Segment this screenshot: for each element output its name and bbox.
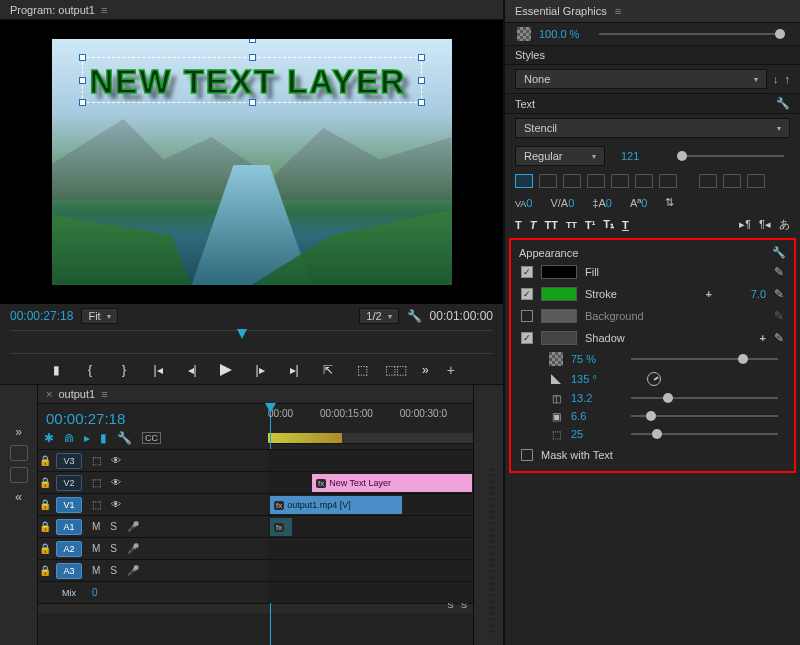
shadow-opacity[interactable]: 75 %: [571, 353, 617, 365]
shadow-distance-slider[interactable]: [631, 397, 778, 399]
source-patch-icon[interactable]: [10, 445, 28, 461]
snap-icon[interactable]: ✱: [44, 431, 54, 445]
resize-handle[interactable]: [418, 54, 425, 61]
mask-checkbox[interactable]: [521, 449, 533, 461]
fit-select[interactable]: Fit▾: [81, 308, 117, 324]
styles-select[interactable]: None▾: [515, 69, 767, 89]
add-marker-icon[interactable]: ▮: [48, 362, 64, 378]
fill-swatch[interactable]: [541, 265, 577, 279]
sequence-tab[interactable]: × output1 ≡: [38, 385, 473, 404]
extract-icon[interactable]: ⬚: [354, 362, 370, 378]
kerning-icon[interactable]: V/A0: [550, 197, 574, 209]
eye-icon[interactable]: 👁: [111, 499, 121, 510]
lock-icon[interactable]: 🔒: [38, 565, 52, 576]
smallcaps-button[interactable]: TT: [566, 220, 577, 230]
eyedropper-icon[interactable]: ✎: [774, 331, 784, 345]
track-lane[interactable]: [268, 537, 473, 559]
shadow-size-slider[interactable]: [631, 415, 778, 417]
track-lane[interactable]: [268, 559, 473, 581]
program-preview[interactable]: NEW TEXT LAYER: [52, 39, 452, 285]
mark-in-icon[interactable]: {: [82, 362, 98, 378]
resize-handle[interactable]: [418, 77, 425, 84]
resolution-select[interactable]: 1/2▾: [359, 308, 398, 324]
tracking-icon[interactable]: VA0: [515, 197, 532, 209]
leading-icon[interactable]: ‡A0: [592, 197, 612, 209]
lock-icon[interactable]: 🔒: [38, 477, 52, 488]
align-center-icon[interactable]: [539, 174, 557, 188]
shadow-opacity-slider[interactable]: [631, 358, 778, 360]
resize-handle[interactable]: [249, 54, 256, 61]
track-header-v1[interactable]: 🔒V1⬚👁: [38, 493, 268, 515]
mute-button[interactable]: M: [92, 521, 100, 532]
track-header-a3[interactable]: 🔒A3MS🎤: [38, 559, 268, 581]
eye-icon[interactable]: 👁: [111, 477, 121, 488]
step-back-icon[interactable]: ◂|: [184, 362, 200, 378]
settings-icon[interactable]: 🔧: [407, 309, 422, 323]
justify-all-icon[interactable]: [659, 174, 677, 188]
solo-button[interactable]: S: [110, 543, 117, 554]
magnet-icon[interactable]: ⋒: [64, 431, 74, 445]
stroke-swatch[interactable]: [541, 287, 577, 301]
allcaps-button[interactable]: TT: [544, 219, 557, 231]
link-icon[interactable]: ▸: [84, 431, 90, 445]
opacity-slider[interactable]: [599, 33, 782, 35]
playhead-icon[interactable]: [237, 329, 247, 339]
shadow-swatch[interactable]: [541, 331, 577, 345]
settings-icon[interactable]: 🔧: [772, 246, 786, 259]
rtl-icon[interactable]: ¶◂: [759, 218, 771, 231]
toggle-output-icon[interactable]: ⬚: [92, 499, 101, 510]
faux-italic-button[interactable]: T: [530, 219, 537, 231]
lock-icon[interactable]: 🔒: [38, 499, 52, 510]
play-icon[interactable]: [218, 362, 234, 378]
panel-menu-icon[interactable]: ≡: [101, 4, 107, 16]
expand-icon[interactable]: »: [15, 425, 22, 439]
shadow-blur-slider[interactable]: [631, 433, 778, 435]
shadow-size[interactable]: 6.6: [571, 410, 617, 422]
superscript-button[interactable]: T¹: [585, 219, 595, 231]
mute-button[interactable]: M: [92, 565, 100, 576]
cc-icon[interactable]: CC: [142, 432, 161, 444]
fill-checkbox[interactable]: ✓: [521, 266, 533, 278]
expand-icon[interactable]: »: [422, 363, 429, 377]
add-stroke-icon[interactable]: +: [706, 288, 712, 300]
track-lane[interactable]: fx: [268, 515, 473, 537]
mute-button[interactable]: M: [92, 543, 100, 554]
lock-icon[interactable]: 🔒: [38, 521, 52, 532]
underline-button[interactable]: T: [622, 219, 629, 231]
shadow-angle[interactable]: 135 °: [571, 373, 617, 385]
angle-dial-icon[interactable]: [647, 372, 661, 386]
resize-handle[interactable]: [79, 54, 86, 61]
sync-down-icon[interactable]: ↓: [773, 73, 779, 85]
lock-icon[interactable]: 🔒: [38, 543, 52, 554]
collapse-icon[interactable]: «: [15, 489, 22, 504]
program-panel-tab[interactable]: Program: output1 ≡: [0, 0, 503, 20]
selection-box[interactable]: [82, 57, 422, 103]
subscript-button[interactable]: T₁: [603, 218, 614, 231]
track-lane[interactable]: [268, 449, 473, 471]
align-left-icon[interactable]: [515, 174, 533, 188]
font-size-slider[interactable]: [679, 155, 784, 157]
toggle-output-icon[interactable]: ⬚: [92, 477, 101, 488]
font-select[interactable]: Stencil▾: [515, 118, 790, 138]
background-checkbox[interactable]: [521, 310, 533, 322]
cjk-icon[interactable]: あ: [779, 217, 790, 232]
solo-button[interactable]: S: [110, 565, 117, 576]
vertical-align-mid-icon[interactable]: [723, 174, 741, 188]
track-lane[interactable]: [268, 581, 473, 603]
track-lane[interactable]: fxNew Text Layer: [268, 471, 473, 493]
eyedropper-icon[interactable]: ✎: [774, 265, 784, 279]
resize-handle[interactable]: [249, 99, 256, 106]
font-size-value[interactable]: 121: [621, 150, 667, 162]
eyedropper-icon[interactable]: ✎: [774, 287, 784, 301]
add-shadow-icon[interactable]: +: [760, 332, 766, 344]
mix-level[interactable]: 0: [92, 587, 98, 598]
timeline-timecode[interactable]: 00:00:27:18: [44, 408, 262, 431]
track-header-v3[interactable]: 🔒V3⬚👁: [38, 449, 268, 471]
source-patch-icon[interactable]: [10, 467, 28, 483]
monitor-scrubber[interactable]: [10, 330, 493, 354]
clip-video[interactable]: fxoutput1.mp4 [V]: [270, 496, 402, 514]
go-out-icon[interactable]: ▸|: [286, 362, 302, 378]
step-fwd-icon[interactable]: |▸: [252, 362, 268, 378]
align-right-icon[interactable]: [563, 174, 581, 188]
baseline-icon[interactable]: ⇅: [665, 196, 674, 209]
